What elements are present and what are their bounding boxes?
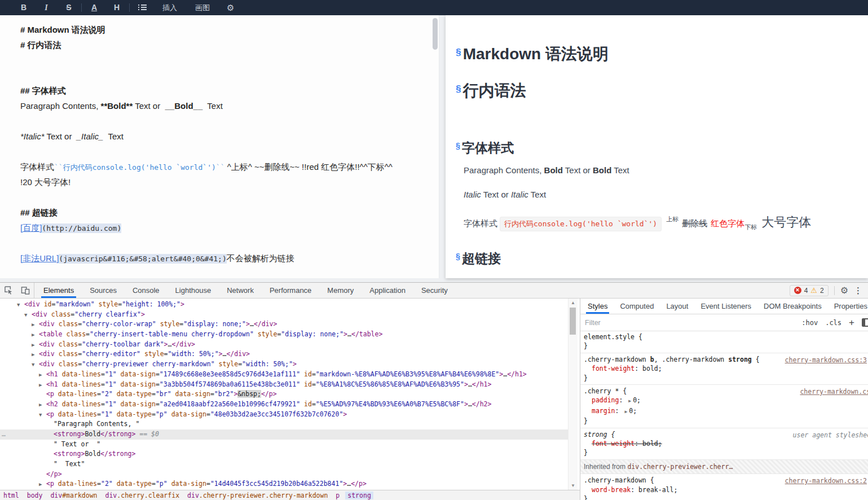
settings-gear-icon[interactable]: ⚙: [219, 3, 242, 13]
devtools-tab-application[interactable]: Application: [362, 283, 413, 298]
css-rule[interactable]: strong {font-weight: bold;}user agent st…: [580, 428, 868, 460]
issues-badge[interactable]: ✕ 4 ⚠ 2: [790, 285, 829, 296]
css-property[interactable]: margin: ▶0;: [584, 406, 865, 416]
stylesheet-source-link[interactable]: cherry-markdown.css: [800, 387, 868, 396]
devtools-tab-security[interactable]: Security: [413, 283, 456, 298]
devtools-tab-console[interactable]: Console: [125, 283, 168, 298]
breadcrumb-item[interactable]: html: [3, 492, 19, 499]
header-button[interactable]: H: [105, 0, 128, 15]
dom-tree-node[interactable]: ▼<div class="cherry clearfix">: [0, 310, 569, 320]
dom-tree-node[interactable]: " Text": [0, 459, 569, 470]
twisty-icon[interactable]: ▶: [32, 320, 39, 330]
italic-button[interactable]: I: [35, 0, 58, 15]
draw-button[interactable]: 画图: [186, 0, 219, 15]
css-rule[interactable]: .cherry-markdown b, .cherry-markdown str…: [580, 353, 868, 385]
editor-scrollbar-thumb[interactable]: [433, 18, 438, 50]
dom-tree-node[interactable]: " Text or ": [0, 440, 569, 450]
filter-input[interactable]: Filter: [585, 319, 601, 327]
elements-scrollbar-thumb[interactable]: [570, 308, 576, 335]
stylesheet-source-link[interactable]: user agent stylesheet: [793, 431, 868, 440]
dom-tree-node[interactable]: ▼<p data-lines="1" data-type="p" data-si…: [0, 410, 569, 420]
anchor-icon[interactable]: §: [456, 252, 460, 261]
breadcrumb-item[interactable]: div#markdown: [50, 492, 97, 499]
twisty-icon[interactable]: ▼: [32, 360, 39, 370]
dom-tree-node[interactable]: ▼<div class="cherry-previewer cherry-mar…: [0, 359, 569, 370]
twisty-icon[interactable]: ▼: [24, 310, 32, 321]
styles-tab-layout[interactable]: Layout: [660, 299, 694, 314]
elements-scrollbar[interactable]: ▲ ▼: [568, 299, 578, 490]
stylesheet-source-link[interactable]: cherry-markdown.css:3: [785, 356, 867, 365]
css-property[interactable]: word-break: break-all;: [584, 485, 865, 494]
toggle-class-button[interactable]: .cls: [825, 319, 841, 327]
list-button[interactable]: [131, 0, 153, 15]
breadcrumb-item[interactable]: p: [336, 492, 340, 499]
dom-tree-node[interactable]: </p>: [0, 470, 569, 480]
strikethrough-button[interactable]: S: [58, 0, 80, 15]
twisty-icon[interactable]: ▶: [32, 330, 39, 340]
twisty-icon[interactable]: ▼: [17, 300, 24, 310]
dom-tree-node[interactable]: …<strong>Bold</strong> == $0: [0, 429, 569, 440]
devtools-menu-icon[interactable]: ⋮: [854, 286, 862, 296]
dom-tree-node[interactable]: <strong>Bold</strong>: [0, 449, 569, 459]
devtools-settings-gear-icon[interactable]: ⚙: [840, 285, 848, 296]
dom-tree-node[interactable]: ▶<p data-lines="2" data-type="p" data-si…: [0, 479, 569, 489]
dom-tree-node[interactable]: ▶<div class="cherry-toolbar dark">…</div…: [0, 340, 569, 350]
anchor-icon[interactable]: §: [456, 141, 460, 150]
anchor-icon[interactable]: §: [456, 46, 461, 58]
dom-tree-node[interactable]: ▶<div class="cherry-color-wrap" style="d…: [0, 319, 569, 330]
dom-tree-node[interactable]: "Paragraph Contents, ": [0, 419, 569, 429]
styles-tab-dom-breakpoints[interactable]: DOM Breakpoints: [757, 299, 828, 314]
markdown-editor[interactable]: # Markdown 语法说明 # 行内语法 ## 字体样式 Paragraph…: [0, 15, 439, 278]
twisty-icon[interactable]: ▶: [39, 370, 46, 380]
css-property[interactable]: font-weight: bold;: [584, 439, 865, 448]
styles-tab-styles[interactable]: Styles: [581, 299, 614, 314]
bold-button[interactable]: B: [12, 0, 35, 15]
breadcrumb-item[interactable]: div.cherry.clearfix: [105, 492, 180, 499]
devtools-tab-memory[interactable]: Memory: [319, 283, 362, 298]
css-rule[interactable]: .cherry * {padding: ▶0;margin: ▶0;}cherr…: [580, 385, 868, 428]
styles-tab-event-listeners[interactable]: Event Listeners: [694, 299, 757, 314]
breadcrumb-item[interactable]: div.cherry-previewer.cherry-markdown: [187, 492, 328, 499]
styles-tab-computed[interactable]: Computed: [614, 299, 660, 314]
node-more-icon[interactable]: …: [2, 429, 6, 440]
twisty-icon[interactable]: ▶: [39, 380, 46, 391]
devtools-tab-elements[interactable]: Elements: [36, 283, 82, 298]
css-property[interactable]: font-weight: bold;: [584, 364, 865, 373]
expand-shorthand-icon[interactable]: ▶: [624, 409, 627, 414]
devtools-tab-sources[interactable]: Sources: [82, 283, 125, 298]
sidebar-layout-icon[interactable]: [862, 318, 868, 327]
insert-button[interactable]: 插入: [153, 0, 186, 15]
new-style-rule-button[interactable]: +: [849, 317, 854, 328]
twisty-icon[interactable]: ▶: [32, 340, 39, 350]
dom-tree-node[interactable]: <p data-lines="2" data-type="br" data-si…: [0, 389, 569, 400]
twisty-icon[interactable]: ▶: [39, 480, 46, 490]
css-rule[interactable]: element.style {}: [580, 331, 868, 353]
toggle-hover-state-button[interactable]: :hov: [801, 319, 818, 327]
font-color-button[interactable]: A: [83, 0, 105, 15]
devtools-tab-network[interactable]: Network: [219, 283, 262, 298]
dom-tree-node[interactable]: ▶<div class="cherry-editor" style="width…: [0, 349, 569, 359]
dom-tree-node[interactable]: ▶<h2 data-lines="1" data-sign="a2ed0418a…: [0, 400, 569, 410]
scroll-up-icon[interactable]: ▲: [569, 300, 578, 305]
twisty-icon[interactable]: ▶: [32, 350, 39, 360]
devtools-tab-performance[interactable]: Performance: [262, 283, 319, 298]
scroll-down-icon[interactable]: ▼: [569, 483, 578, 488]
devtools-tab-lighthouse[interactable]: Lighthouse: [168, 283, 219, 298]
stylesheet-source-link[interactable]: cherry-markdown.css:2: [785, 476, 867, 485]
twisty-icon[interactable]: ▶: [39, 400, 46, 410]
css-property[interactable]: padding: ▶0;: [584, 396, 865, 406]
styles-tab-properties[interactable]: Properties: [828, 299, 868, 314]
inherited-node-link[interactable]: div.cherry-previewer.cherr…: [627, 463, 733, 471]
breadcrumb-item[interactable]: strong: [345, 492, 373, 499]
inspect-element-icon[interactable]: [0, 283, 17, 298]
anchor-icon[interactable]: §: [456, 83, 461, 94]
dom-tree-node[interactable]: ▶<h1 data-lines="1" data-sign="3a3bb504f…: [0, 380, 569, 390]
device-toolbar-icon[interactable]: [17, 283, 34, 298]
breadcrumb-item[interactable]: body: [27, 492, 43, 499]
twisty-icon[interactable]: ▼: [39, 410, 46, 420]
expand-shorthand-icon[interactable]: ▶: [628, 398, 631, 403]
dom-tree-node[interactable]: ▶<table class="cherry-insert-table-menu …: [0, 330, 569, 340]
dom-tree-node[interactable]: ▼<div id="markdown" style="height: 100%;…: [0, 300, 569, 310]
css-rule[interactable]: .cherry-markdown {word-break: break-all;…: [580, 474, 868, 500]
dom-tree-node[interactable]: ▶<h1 data-lines="1" data-sign="17489c668…: [0, 370, 569, 380]
